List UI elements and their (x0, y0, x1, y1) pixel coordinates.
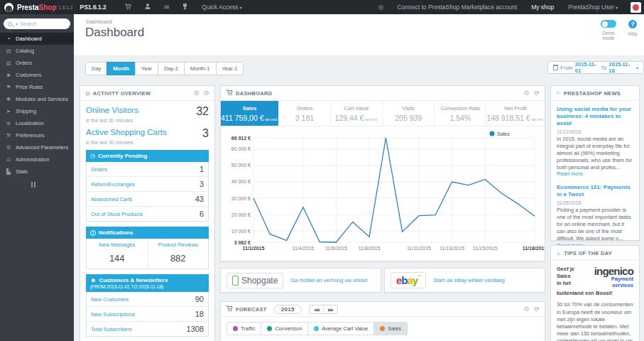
gear-icon[interactable]: ⚙ (194, 90, 200, 97)
gear-icon[interactable]: ⚙ (524, 90, 530, 97)
new-messages-cell[interactable]: New Messages144 (87, 239, 148, 269)
demo-mode-toggle[interactable] (601, 20, 616, 28)
range-month-button[interactable]: Month (107, 62, 136, 75)
sidebar-collapse-button[interactable] (31, 182, 36, 188)
total-subscribers-row[interactable]: Total Subscribers1308 (87, 321, 208, 336)
sidebar-item-advanced-parameters[interactable]: ⚙Advanced Parameters (0, 141, 74, 153)
ingenico-logo: ingenico Payment services (579, 266, 633, 288)
my-shop-link[interactable]: My shop (531, 4, 554, 11)
read-more-link[interactable]: Read more (557, 170, 583, 177)
traffic-dot-icon (233, 326, 238, 331)
stat-tile-conversion-rate[interactable]: Conversion Rate 1.54% (434, 101, 486, 126)
new-customers-row[interactable]: New Customers90 (87, 292, 208, 306)
ebay-logo: ebay™ (391, 272, 426, 288)
user-avatar[interactable] (631, 2, 641, 13)
legend-average-cart-value[interactable]: Average Cart Value (307, 322, 374, 335)
legend-sales[interactable]: Sales (373, 322, 408, 335)
out-of-stock-row[interactable]: Out of Stock Products6 (87, 206, 208, 221)
range-day-1-button[interactable]: Day-1 (158, 62, 185, 75)
stat-tile-visits[interactable]: Visits 205 939 (382, 101, 434, 126)
svg-text:11/13/2015: 11/13/2015 (440, 246, 464, 251)
gear-icon[interactable]: ⚙ (524, 305, 530, 313)
sidebar-item-price-rules[interactable]: ⚑Price Rules (0, 81, 74, 93)
sidebar: ▾ ◔Dashboard ▤Catalog ▥Orders ☻Customers… (0, 14, 74, 341)
range-year-1-button[interactable]: Year-1 (216, 62, 244, 75)
exclamation-icon: ! (90, 230, 96, 236)
sidebar-item-customers[interactable]: ☻Customers (0, 69, 74, 81)
shopgate-link[interactable]: Ga mobiel en verhoog uw omzet (290, 277, 367, 283)
refresh-icon[interactable]: ⟳ (534, 305, 540, 313)
cart-icon (226, 305, 233, 313)
sidebar-item-catalog[interactable]: ▤Catalog (0, 45, 74, 57)
svg-text:40 000 €: 40 000 € (231, 179, 251, 184)
next-year-button[interactable]: ▶▶ (323, 305, 337, 313)
customer-icon: ☻ (90, 277, 96, 283)
legend-traffic[interactable]: Traffic (227, 322, 261, 335)
svg-text:11/4/2015: 11/4/2015 (293, 246, 315, 251)
new-subscriptions-row[interactable]: New Subscriptions18 (87, 306, 208, 321)
date-range-picker[interactable]: From2015-11-01 To2015-11-18 ▾ (547, 61, 644, 74)
stat-tile-orders[interactable]: Orders 3 181 (278, 101, 330, 126)
sidebar-item-stats[interactable]: ▙Stats (0, 166, 74, 178)
sidebar-search[interactable]: ▾ (4, 18, 70, 29)
sidebar-item-dashboard[interactable]: ◔Dashboard (0, 33, 74, 45)
forecast-title: FORECAST (236, 306, 267, 313)
range-day-button[interactable]: Day (85, 62, 107, 75)
sidebar-item-shipping[interactable]: ➤Shipping (0, 105, 74, 117)
sidebar-nav: ◔Dashboard ▤Catalog ▥Orders ☻Customers ⚑… (0, 33, 74, 178)
demo-mode-label: Demo mode (596, 31, 621, 40)
refresh-icon[interactable]: ⟳ (534, 90, 540, 97)
stat-tile-net-profit[interactable]: Net Profit 148 918,51 €tax excl. (486, 101, 545, 126)
svg-text:11/8/2015: 11/8/2015 (359, 246, 381, 251)
sidebar-item-modules[interactable]: ✱Modules and Services (0, 93, 74, 105)
activity-overview-panel: ◎ ACTIVITY OVERVIEW ⚙⟳ Online Visitors 3… (80, 85, 215, 341)
stats-icon: ▙ (5, 168, 12, 175)
stat-tile-cart-value[interactable]: Cart Value 129,44 €tax excl. (330, 101, 382, 126)
search-input[interactable] (20, 21, 62, 27)
dashboard-panel: DASHBOARD ⚙⟳ Sales 411 759,00 €tax excl.… (220, 85, 545, 261)
news-article-title[interactable]: Using social media for your business: 4 … (557, 106, 633, 127)
pending-orders-row[interactable]: Orders1 (87, 162, 208, 176)
abandoned-carts-row[interactable]: Abandoned Carts43 (87, 191, 208, 206)
trophy-icon[interactable] (182, 3, 188, 11)
cart-icon[interactable] (124, 3, 131, 11)
sidebar-item-administration[interactable]: ⚖Administration (0, 153, 74, 166)
legend-conversion[interactable]: Conversion (261, 322, 308, 335)
range-year-button[interactable]: Year (135, 62, 158, 75)
help-icon[interactable]: ? (628, 20, 637, 28)
product-reviews-cell[interactable]: Product Reviews882 (148, 239, 209, 269)
news-article: Ecommerce 101: Payments in a Tweet 11/05… (557, 184, 633, 249)
refresh-icon[interactable]: ⟳ (204, 90, 209, 97)
shopgate-module-card: Shopgate Ga mobiel en verhoog uw omzet (220, 268, 381, 293)
sales-dot-icon (380, 326, 385, 331)
notifications-grid: New Messages144 Product Reviews882 (86, 239, 209, 269)
svg-text:11/18/2015: 11/18/2015 (523, 246, 545, 251)
chevron-down-icon: ▾ (239, 6, 241, 10)
user-menu[interactable]: PrestaShop User▾ (568, 4, 618, 11)
page-header (74, 14, 644, 55)
sidebar-item-orders[interactable]: ▥Orders (0, 57, 74, 69)
activity-title: ACTIVITY OVERVIEW (93, 90, 151, 97)
range-month-1-button[interactable]: Month-1 (184, 62, 217, 75)
prestashop-logo-icon (4, 3, 13, 12)
ebay-link[interactable]: Start uw eBay winkel vandaag (433, 277, 504, 283)
news-article-title[interactable]: Ecommerce 101: Payments in a Tweet (557, 184, 633, 198)
cart-icon (226, 89, 233, 97)
stat-tile-sales[interactable]: Sales 411 759,00 €tax excl. (221, 101, 278, 126)
customers-quick-icon[interactable] (144, 3, 151, 11)
marketplace-link[interactable]: Connect to PrestaShop Marketplace accoun… (397, 4, 517, 11)
pending-returns-row[interactable]: Return/Exchanges3 (87, 176, 208, 191)
search-scope-caret-icon[interactable]: ▾ (16, 21, 18, 26)
news-article: Using social media for your business: 4 … (557, 106, 633, 178)
previous-year-button[interactable]: ◀◀ (310, 305, 323, 313)
localization-icon: ⊕ (5, 120, 12, 126)
sidebar-item-preferences[interactable]: ⚒Preferences (0, 129, 74, 141)
forecast-year[interactable]: 2015 (274, 305, 302, 314)
sidebar-item-localization[interactable]: ⊕Localization (0, 117, 74, 129)
messages-icon[interactable]: ✉ (164, 4, 170, 11)
preferences-icon: ⚒ (5, 132, 12, 139)
quick-access-menu[interactable]: Quick Access▾ (202, 4, 241, 11)
tip-body: 30 tot 70% van de consumenten in Europa … (557, 301, 633, 341)
activity-icon: ◎ (85, 90, 90, 97)
tips-of-the-day-panel: ☼ TIPS OF THE DAY ingenico Payment servi… (550, 245, 640, 341)
